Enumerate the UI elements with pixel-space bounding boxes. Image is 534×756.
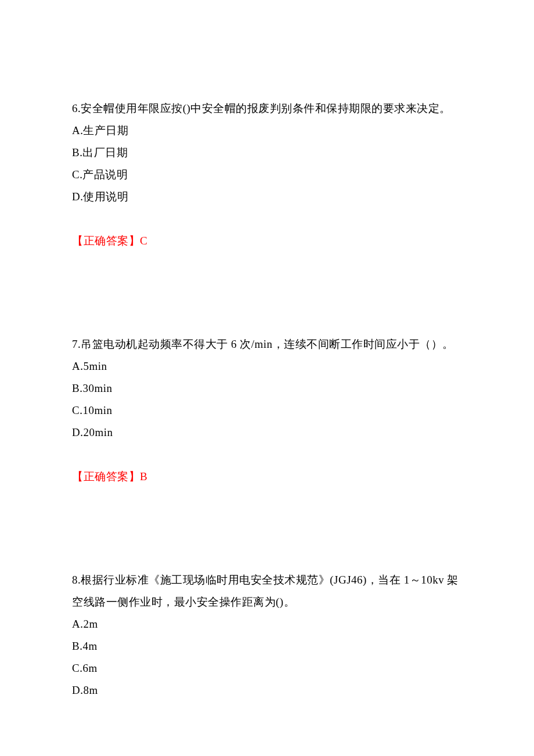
answer-line: 【正确答案】C (72, 230, 462, 252)
option-c: C.6m (72, 657, 462, 679)
option-b: B.4m (72, 635, 462, 657)
document-page: 6.安全帽使用年限应按()中安全帽的报废判别条件和保持期限的要求来决定。 A.生… (0, 0, 534, 756)
section-gap (72, 287, 462, 333)
answer-value: C (140, 235, 147, 247)
option-a: A.5min (72, 355, 462, 377)
option-d: D.8m (72, 679, 462, 701)
question-stem: 8.根据行业标准《施工现场临时用电安全技术规范》(JGJ46)，当在 1～10k… (72, 569, 462, 613)
section-gap (72, 523, 462, 569)
option-b: B.出厂日期 (72, 142, 462, 164)
option-a: A.2m (72, 613, 462, 635)
question-stem: 7.吊篮电动机起动频率不得大于 6 次/min，连续不间断工作时间应小于（）。 (72, 333, 462, 355)
answer-value: B (140, 470, 147, 483)
answer-label: 【正确答案】 (72, 470, 140, 483)
option-d: D.使用说明 (72, 186, 462, 208)
question-6: 6.安全帽使用年限应按()中安全帽的报废判别条件和保持期限的要求来决定。 A.生… (72, 98, 462, 252)
option-b: B.30min (72, 377, 462, 399)
question-stem: 6.安全帽使用年限应按()中安全帽的报废判别条件和保持期限的要求来决定。 (72, 98, 462, 120)
answer-line: 【正确答案】B (72, 466, 462, 488)
option-a: A.生产日期 (72, 120, 462, 142)
question-8: 8.根据行业标准《施工现场临时用电安全技术规范》(JGJ46)，当在 1～10k… (72, 569, 462, 701)
option-c: C.10min (72, 399, 462, 422)
question-7: 7.吊篮电动机起动频率不得大于 6 次/min，连续不间断工作时间应小于（）。 … (72, 333, 462, 488)
option-c: C.产品说明 (72, 164, 462, 186)
option-d: D.20min (72, 422, 462, 444)
answer-label: 【正确答案】 (72, 235, 140, 247)
